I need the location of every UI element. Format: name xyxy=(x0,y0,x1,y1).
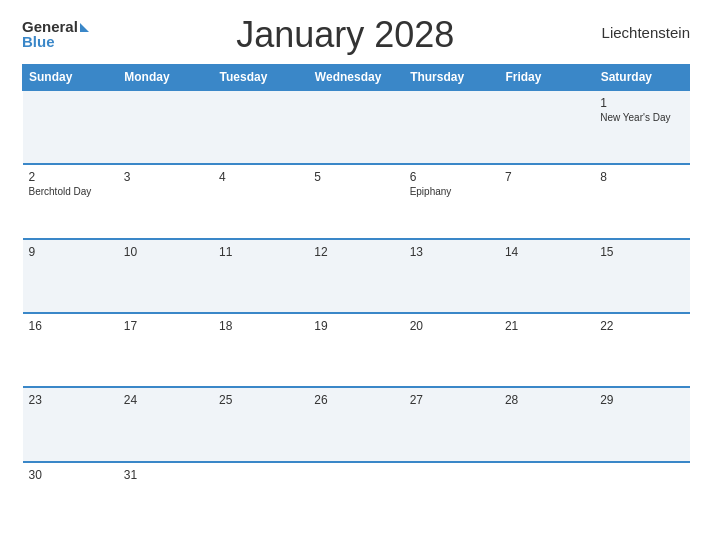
calendar-cell xyxy=(404,462,499,536)
calendar-cell: 10 xyxy=(118,239,213,313)
day-number: 26 xyxy=(314,393,397,407)
logo-blue-text: Blue xyxy=(22,33,55,50)
calendar-cell: 21 xyxy=(499,313,594,387)
day-number: 3 xyxy=(124,170,207,184)
day-number: 11 xyxy=(219,245,302,259)
calendar-cell: 24 xyxy=(118,387,213,461)
calendar-row-3: 9101112131415 xyxy=(23,239,690,313)
calendar-row-6: 3031 xyxy=(23,462,690,536)
day-number: 13 xyxy=(410,245,493,259)
calendar-cell: 25 xyxy=(213,387,308,461)
calendar-cell xyxy=(23,90,118,164)
col-tuesday: Tuesday xyxy=(213,65,308,91)
holiday-name: New Year's Day xyxy=(600,112,683,123)
calendar-cell xyxy=(594,462,689,536)
col-thursday: Thursday xyxy=(404,65,499,91)
calendar-cell: 31 xyxy=(118,462,213,536)
calendar-cell: 14 xyxy=(499,239,594,313)
calendar-cell xyxy=(308,90,403,164)
day-number: 1 xyxy=(600,96,683,110)
country-label: Liechtenstein xyxy=(602,18,690,41)
weekday-header-row: Sunday Monday Tuesday Wednesday Thursday… xyxy=(23,65,690,91)
day-number: 20 xyxy=(410,319,493,333)
day-number: 31 xyxy=(124,468,207,482)
calendar-cell: 9 xyxy=(23,239,118,313)
calendar-cell: 18 xyxy=(213,313,308,387)
calendar-cell: 28 xyxy=(499,387,594,461)
calendar-header: General Blue January 2028 Liechtenstein xyxy=(22,18,690,56)
calendar-cell: 3 xyxy=(118,164,213,238)
calendar-cell: 16 xyxy=(23,313,118,387)
calendar-cell: 26 xyxy=(308,387,403,461)
day-number: 25 xyxy=(219,393,302,407)
calendar-cell: 13 xyxy=(404,239,499,313)
day-number: 23 xyxy=(29,393,112,407)
calendar-page: General Blue January 2028 Liechtenstein … xyxy=(0,0,712,550)
calendar-cell: 1New Year's Day xyxy=(594,90,689,164)
calendar-cell xyxy=(213,90,308,164)
day-number: 19 xyxy=(314,319,397,333)
calendar-cell xyxy=(499,90,594,164)
day-number: 30 xyxy=(29,468,112,482)
calendar-row-4: 16171819202122 xyxy=(23,313,690,387)
calendar-cell: 27 xyxy=(404,387,499,461)
day-number: 27 xyxy=(410,393,493,407)
calendar-cell: 29 xyxy=(594,387,689,461)
col-monday: Monday xyxy=(118,65,213,91)
day-number: 8 xyxy=(600,170,683,184)
calendar-table: Sunday Monday Tuesday Wednesday Thursday… xyxy=(22,64,690,536)
calendar-cell: 19 xyxy=(308,313,403,387)
calendar-cell: 8 xyxy=(594,164,689,238)
day-number: 21 xyxy=(505,319,588,333)
logo-triangle-icon xyxy=(80,23,89,32)
day-number: 22 xyxy=(600,319,683,333)
day-number: 28 xyxy=(505,393,588,407)
calendar-cell xyxy=(308,462,403,536)
day-number: 5 xyxy=(314,170,397,184)
col-friday: Friday xyxy=(499,65,594,91)
day-number: 14 xyxy=(505,245,588,259)
calendar-row-1: 1New Year's Day xyxy=(23,90,690,164)
calendar-cell: 30 xyxy=(23,462,118,536)
calendar-cell: 11 xyxy=(213,239,308,313)
day-number: 10 xyxy=(124,245,207,259)
calendar-cell: 7 xyxy=(499,164,594,238)
calendar-cell: 17 xyxy=(118,313,213,387)
calendar-cell: 2Berchtold Day xyxy=(23,164,118,238)
day-number: 9 xyxy=(29,245,112,259)
calendar-cell xyxy=(213,462,308,536)
day-number: 16 xyxy=(29,319,112,333)
holiday-name: Berchtold Day xyxy=(29,186,112,197)
calendar-cell: 22 xyxy=(594,313,689,387)
day-number: 29 xyxy=(600,393,683,407)
calendar-cell: 15 xyxy=(594,239,689,313)
col-sunday: Sunday xyxy=(23,65,118,91)
calendar-cell: 23 xyxy=(23,387,118,461)
day-number: 6 xyxy=(410,170,493,184)
calendar-title: January 2028 xyxy=(89,14,602,56)
calendar-cell xyxy=(499,462,594,536)
calendar-cell: 20 xyxy=(404,313,499,387)
day-number: 4 xyxy=(219,170,302,184)
calendar-cell: 4 xyxy=(213,164,308,238)
col-saturday: Saturday xyxy=(594,65,689,91)
calendar-cell: 6Epiphany xyxy=(404,164,499,238)
day-number: 18 xyxy=(219,319,302,333)
day-number: 15 xyxy=(600,245,683,259)
day-number: 17 xyxy=(124,319,207,333)
day-number: 7 xyxy=(505,170,588,184)
holiday-name: Epiphany xyxy=(410,186,493,197)
calendar-row-5: 23242526272829 xyxy=(23,387,690,461)
calendar-cell xyxy=(118,90,213,164)
day-number: 2 xyxy=(29,170,112,184)
day-number: 12 xyxy=(314,245,397,259)
calendar-cell: 12 xyxy=(308,239,403,313)
calendar-cell xyxy=(404,90,499,164)
col-wednesday: Wednesday xyxy=(308,65,403,91)
logo: General Blue xyxy=(22,18,89,50)
day-number: 24 xyxy=(124,393,207,407)
calendar-row-2: 2Berchtold Day3456Epiphany78 xyxy=(23,164,690,238)
calendar-cell: 5 xyxy=(308,164,403,238)
